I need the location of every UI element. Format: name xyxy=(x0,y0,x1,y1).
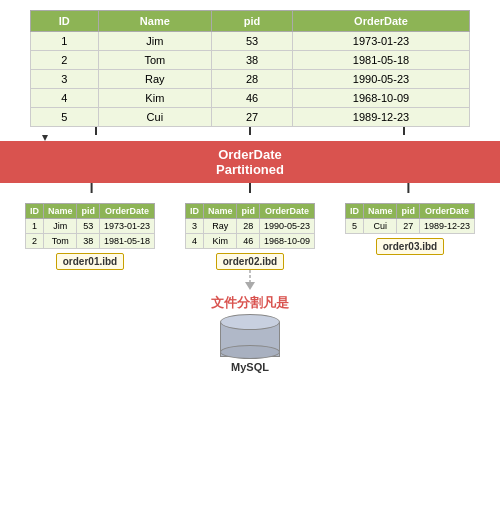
sub-table-cell: 1989-12-23 xyxy=(419,219,474,234)
sub-col-header: Name xyxy=(43,204,77,219)
bottom-arrows-area xyxy=(10,183,490,201)
sub-table-cell: 3 xyxy=(185,219,203,234)
table-cell: Jim xyxy=(98,32,211,51)
sub-col-header: ID xyxy=(185,204,203,219)
file-label-order02: order02.ibd xyxy=(216,253,284,270)
main-table-header-row: ID Name pid OrderDate xyxy=(31,11,470,32)
table-row: 1Jim531973-01-23 xyxy=(31,32,470,51)
sub-table-cell: 53 xyxy=(77,219,100,234)
partition-banner: OrderDate Partitioned xyxy=(0,141,500,183)
table-cell: Kim xyxy=(98,89,211,108)
partition-banner-text-line1: OrderDate xyxy=(218,147,282,162)
table-cell: 27 xyxy=(212,108,293,127)
sub-col-header: ID xyxy=(25,204,43,219)
sub-col-header: OrderDate xyxy=(259,204,314,219)
main-table: ID Name pid OrderDate 1Jim531973-01-232T… xyxy=(30,10,470,127)
col-header-orderdate: OrderDate xyxy=(292,11,469,32)
table-cell: 1989-12-23 xyxy=(292,108,469,127)
table-cell: Ray xyxy=(98,70,211,89)
sub-col-header: OrderDate xyxy=(99,204,154,219)
sub-table-container-order03: IDNamepidOrderDate5Cui271989-12-23order0… xyxy=(345,203,475,270)
top-arrows-area xyxy=(30,127,470,141)
table-cell: 3 xyxy=(31,70,99,89)
table-cell: 1990-05-23 xyxy=(292,70,469,89)
table-cell: Tom xyxy=(98,51,211,70)
bottom-arrows-svg xyxy=(10,183,490,201)
cylinder-top xyxy=(220,314,280,330)
sub-table-row: 2Tom381981-05-18 xyxy=(25,234,154,249)
top-arrows-svg xyxy=(30,127,470,141)
table-cell: Cui xyxy=(98,108,211,127)
sub-table-cell: 1 xyxy=(25,219,43,234)
table-row: 3Ray281990-05-23 xyxy=(31,70,470,89)
table-row: 5Cui271989-12-23 xyxy=(31,108,470,127)
col-header-pid: pid xyxy=(212,11,293,32)
sub-table-cell: 1968-10-09 xyxy=(259,234,314,249)
sub-col-header: pid xyxy=(237,204,260,219)
sub-col-header: pid xyxy=(397,204,420,219)
sub-table-container-order01: IDNamepidOrderDate1Jim531973-01-232Tom38… xyxy=(25,203,155,270)
mysql-cylinder xyxy=(220,314,280,359)
table-cell: 53 xyxy=(212,32,293,51)
sub-table-cell: 4 xyxy=(185,234,203,249)
sub-table-cell: Cui xyxy=(363,219,397,234)
table-cell: 46 xyxy=(212,89,293,108)
file-label-order01: order01.ibd xyxy=(56,253,124,270)
table-cell: 1981-05-18 xyxy=(292,51,469,70)
sub-table-cell: Tom xyxy=(43,234,77,249)
sub-table-order02: IDNamepidOrderDate3Ray281990-05-234Kim46… xyxy=(185,203,315,249)
table-row: 4Kim461968-10-09 xyxy=(31,89,470,108)
sub-table-header-row: IDNamepidOrderDate xyxy=(185,204,314,219)
sub-table-row: 1Jim531973-01-23 xyxy=(25,219,154,234)
table-cell: 1973-01-23 xyxy=(292,32,469,51)
partition-banner-text-line2: Partitioned xyxy=(216,162,284,177)
table-cell: 1 xyxy=(31,32,99,51)
sub-table-row: 3Ray281990-05-23 xyxy=(185,219,314,234)
sub-table-row: 4Kim461968-10-09 xyxy=(185,234,314,249)
sub-table-header-row: IDNamepidOrderDate xyxy=(25,204,154,219)
sub-col-header: OrderDate xyxy=(419,204,474,219)
sub-table-cell: 38 xyxy=(77,234,100,249)
sub-col-header: pid xyxy=(77,204,100,219)
mysql-section: MySQL xyxy=(0,314,500,373)
sub-table-cell: Ray xyxy=(203,219,237,234)
mysql-label: MySQL xyxy=(231,361,269,373)
col-header-id: ID xyxy=(31,11,99,32)
sub-table-header-row: IDNamepidOrderDate xyxy=(345,204,474,219)
sub-table-order01: IDNamepidOrderDate1Jim531973-01-232Tom38… xyxy=(25,203,155,249)
col-header-name: Name xyxy=(98,11,211,32)
sub-col-header: Name xyxy=(363,204,397,219)
sub-table-container-order02: IDNamepidOrderDate3Ray281990-05-234Kim46… xyxy=(185,203,315,270)
table-row: 2Tom381981-05-18 xyxy=(31,51,470,70)
sub-table-cell: 28 xyxy=(237,219,260,234)
sub-col-header: ID xyxy=(345,204,363,219)
sub-table-row: 5Cui271989-12-23 xyxy=(345,219,474,234)
sub-table-cell: 27 xyxy=(397,219,420,234)
page-layout: ID Name pid OrderDate 1Jim531973-01-232T… xyxy=(0,0,500,373)
table-cell: 4 xyxy=(31,89,99,108)
sub-table-cell: Jim xyxy=(43,219,77,234)
table-cell: 38 xyxy=(212,51,293,70)
sub-table-cell: 46 xyxy=(237,234,260,249)
table-cell: 28 xyxy=(212,70,293,89)
main-table-section: ID Name pid OrderDate 1Jim531973-01-232T… xyxy=(0,0,500,127)
sub-tables-row: IDNamepidOrderDate1Jim531973-01-232Tom38… xyxy=(0,203,500,270)
cylinder-bottom-ellipse xyxy=(220,345,280,359)
sub-table-order03: IDNamepidOrderDate5Cui271989-12-23 xyxy=(345,203,475,234)
chinese-text: 文件分割凡是 xyxy=(0,294,500,312)
sub-table-cell: 1990-05-23 xyxy=(259,219,314,234)
sub-table-cell: 2 xyxy=(25,234,43,249)
table-cell: 5 xyxy=(31,108,99,127)
file-label-order03: order03.ibd xyxy=(376,238,444,255)
sub-table-cell: 1981-05-18 xyxy=(99,234,154,249)
sub-col-header: Name xyxy=(203,204,237,219)
sub-table-cell: Kim xyxy=(203,234,237,249)
to-mysql-arrow-area xyxy=(0,270,500,290)
sub-table-cell: 5 xyxy=(345,219,363,234)
to-mysql-arrow-svg xyxy=(220,270,280,290)
table-cell: 1968-10-09 xyxy=(292,89,469,108)
sub-table-cell: 1973-01-23 xyxy=(99,219,154,234)
table-cell: 2 xyxy=(31,51,99,70)
svg-marker-13 xyxy=(245,282,255,290)
